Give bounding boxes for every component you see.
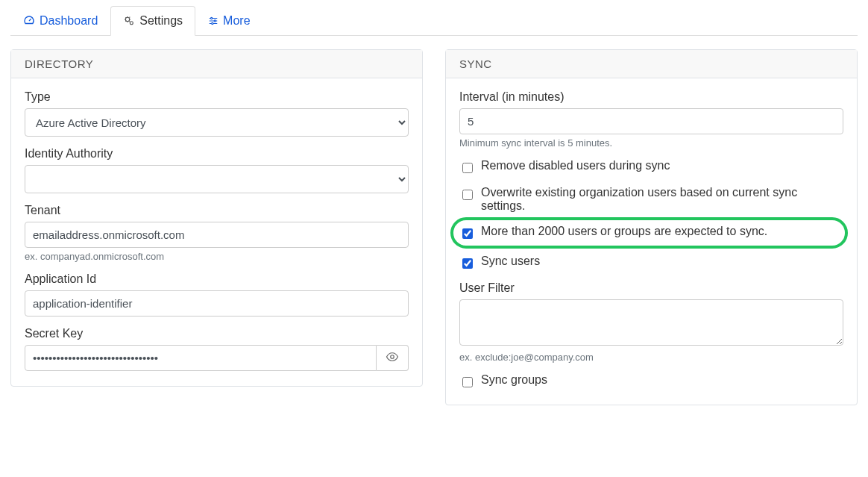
toggle-secret-visibility-button[interactable] — [377, 345, 409, 371]
tab-bar: Dashboard Settings More — [10, 6, 858, 36]
interval-helper: Minimum sync interval is 5 minutes. — [459, 137, 843, 149]
interval-input[interactable] — [459, 108, 843, 134]
tab-settings[interactable]: Settings — [110, 6, 195, 36]
sync-card: SYNC Interval (in minutes) Minimum sync … — [445, 49, 858, 405]
sliders-icon — [208, 16, 218, 26]
user-filter-textarea[interactable] — [459, 299, 843, 346]
more-than-2000-label: More than 2000 users or groups are expec… — [481, 225, 767, 238]
sync-users-label: Sync users — [481, 255, 540, 268]
eye-icon — [386, 350, 399, 367]
tab-dashboard-label: Dashboard — [40, 14, 98, 28]
remove-disabled-label: Remove disabled users during sync — [481, 159, 670, 172]
secret-key-input[interactable] — [25, 345, 377, 371]
type-label: Type — [25, 90, 409, 104]
cogs-icon — [123, 15, 135, 27]
sync-groups-label: Sync groups — [481, 373, 547, 387]
tenant-helper: ex. companyad.onmicrosoft.com — [25, 251, 409, 262]
sync-users-checkbox[interactable] — [462, 258, 473, 269]
interval-label: Interval (in minutes) — [459, 90, 843, 104]
directory-header: DIRECTORY — [11, 50, 422, 78]
tab-settings-label: Settings — [139, 14, 183, 28]
user-filter-label: User Filter — [459, 281, 843, 295]
tachometer-icon — [23, 15, 35, 27]
tenant-label: Tenant — [25, 204, 409, 217]
svg-point-4 — [212, 22, 213, 24]
overwrite-checkbox[interactable] — [462, 190, 473, 200]
highlight-ring: More than 2000 users or groups are expec… — [450, 217, 848, 249]
user-filter-helper: ex. exclude:joe@company.com — [459, 352, 843, 363]
tab-dashboard[interactable]: Dashboard — [10, 6, 110, 36]
svg-point-5 — [391, 355, 394, 358]
identity-authority-select[interactable] — [25, 165, 409, 193]
type-select[interactable]: Azure Active Directory — [25, 108, 409, 137]
directory-card: DIRECTORY Type Azure Active Directory Id… — [10, 49, 423, 387]
secret-key-label: Secret Key — [25, 327, 409, 340]
sync-header: SYNC — [446, 50, 857, 78]
svg-point-1 — [130, 22, 133, 25]
identity-authority-label: Identity Authority — [25, 147, 409, 160]
tenant-input[interactable] — [25, 222, 409, 248]
application-id-label: Application Id — [25, 272, 409, 286]
svg-point-3 — [214, 20, 216, 22]
sync-groups-checkbox[interactable] — [462, 377, 473, 387]
tab-more[interactable]: More — [195, 6, 262, 36]
remove-disabled-checkbox[interactable] — [462, 163, 473, 173]
tab-more-label: More — [223, 14, 250, 28]
svg-point-2 — [211, 17, 213, 19]
overwrite-label: Overwrite existing organization users ba… — [481, 186, 843, 213]
more-than-2000-checkbox[interactable] — [462, 228, 473, 239]
application-id-input[interactable] — [25, 290, 409, 317]
